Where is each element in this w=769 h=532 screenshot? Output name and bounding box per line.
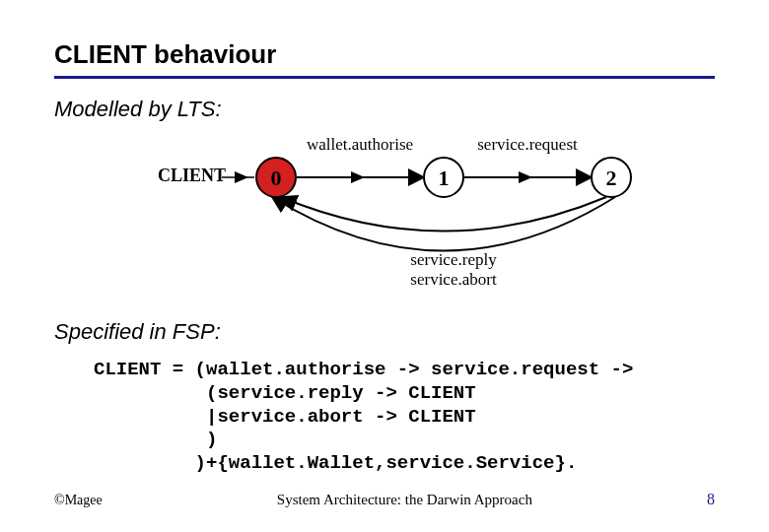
- fsp-line: ): [94, 429, 217, 450]
- footer-title: System Architecture: the Darwin Approach: [277, 492, 532, 508]
- triangle-icon: [519, 171, 532, 183]
- fsp-line: (service.reply -> CLIENT: [94, 382, 476, 404]
- page-number: 8: [707, 491, 715, 508]
- lts-edge-2-0-abort: [272, 197, 615, 251]
- section-specified-in-fsp: Specified in FSP:: [54, 319, 715, 345]
- fsp-line: CLIENT = (wallet.authorise -> service.re…: [94, 359, 633, 380]
- copyright: ©Magee: [54, 493, 103, 508]
- lts-edge-0-1-label: wallet.authorise: [307, 135, 413, 154]
- lts-edge-abort-label: service.abort: [410, 270, 497, 289]
- lts-edge-reply-label: service.reply: [410, 250, 497, 269]
- lts-diagram: CLIENT 0 wallet.authorise 1 service.requ…: [54, 132, 715, 309]
- fsp-code-block: CLIENT = (wallet.authorise -> service.re…: [94, 359, 715, 476]
- triangle-icon: [351, 171, 365, 183]
- triangle-play-icon: [235, 171, 248, 183]
- lts-edge-2-0-reply: [281, 197, 606, 232]
- section-modelled-by-lts: Modelled by LTS:: [54, 97, 715, 122]
- fsp-line: |service.abort -> CLIENT: [94, 406, 476, 428]
- lts-edge-1-2-label: service.request: [477, 135, 578, 154]
- lts-state-2-label: 2: [606, 166, 617, 190]
- lts-state-0-label: 0: [271, 166, 282, 190]
- lts-state-1-label: 1: [439, 166, 450, 190]
- slide-title: CLIENT behaviour: [54, 39, 715, 70]
- lts-process-label: CLIENT: [158, 166, 226, 185]
- title-underline: [54, 76, 715, 79]
- fsp-line: )+{wallet.Wallet,service.Service}.: [94, 452, 577, 474]
- slide-footer: ©Magee System Architecture: the Darwin A…: [54, 491, 715, 508]
